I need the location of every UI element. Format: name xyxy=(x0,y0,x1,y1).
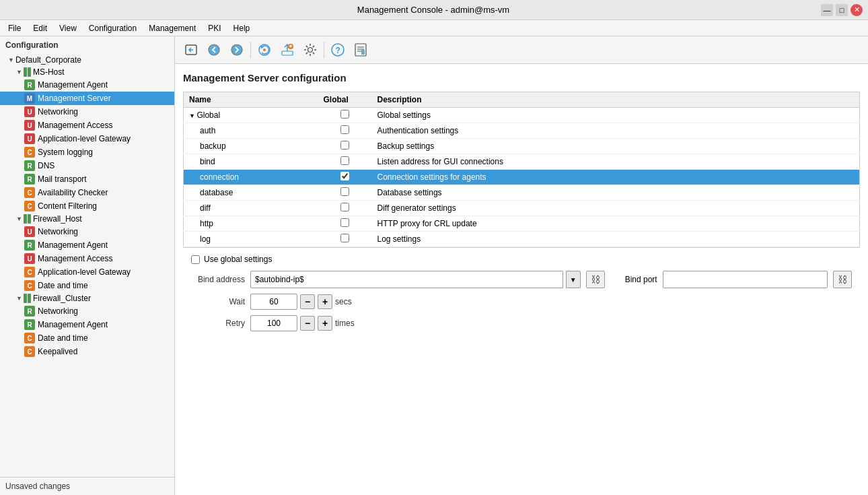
sidebar-item-label: Networking xyxy=(38,227,78,236)
sidebar-item-ms-host[interactable]: ▼ MS-Host xyxy=(0,66,174,78)
window-title: Management Console - admin@ms-vm xyxy=(46,5,821,15)
sidebar-item-content-filtering[interactable]: C Content Filtering xyxy=(0,199,174,213)
table-cell-global[interactable] xyxy=(318,108,372,123)
badge-c: C xyxy=(24,346,35,357)
table-cell-global[interactable] xyxy=(318,216,372,232)
bind-port-input[interactable] xyxy=(663,271,828,288)
next-button[interactable] xyxy=(226,39,248,61)
global-checkbox[interactable] xyxy=(340,141,349,150)
bind-port-link-btn[interactable]: ⛓ xyxy=(833,271,852,288)
global-checkbox[interactable] xyxy=(340,203,349,211)
sidebar-item-label: Management Agent xyxy=(38,320,108,329)
global-checkbox[interactable] xyxy=(340,218,349,227)
table-cell-global[interactable] xyxy=(318,185,372,201)
badge-r: R xyxy=(24,79,35,90)
table-cell-name: database xyxy=(184,185,318,201)
bind-address-input[interactable] xyxy=(250,271,563,288)
sidebar-item-label: Management Server xyxy=(38,94,111,103)
table-row[interactable]: ▼ GlobalGlobal settings xyxy=(184,108,860,123)
svg-point-5 xyxy=(263,48,266,51)
global-checkbox[interactable] xyxy=(340,156,349,165)
prev-button[interactable] xyxy=(203,39,225,61)
sidebar-item-default-corporate[interactable]: ▼ Default_Corporate xyxy=(0,54,174,66)
sidebar-item-fw-app-gateway[interactable]: C Application-level Gateway xyxy=(0,265,174,279)
sidebar-item-availability-checker[interactable]: C Availability Checker xyxy=(0,186,174,199)
global-checkbox[interactable] xyxy=(340,172,349,180)
sidebar-item-fw-management-agent[interactable]: R Management Agent xyxy=(0,238,174,252)
menu-configuration[interactable]: Configuration xyxy=(83,22,142,34)
table-row[interactable]: logLog settings xyxy=(184,232,860,247)
bind-address-dropdown[interactable]: ▼ xyxy=(566,271,581,288)
table-row[interactable]: authAuthentication settings xyxy=(184,123,860,139)
menu-help[interactable]: Help xyxy=(228,22,256,34)
report-button[interactable] xyxy=(350,39,371,61)
retry-input[interactable] xyxy=(250,315,297,331)
sidebar-item-fw-management-access[interactable]: U Management Access xyxy=(0,252,174,265)
maximize-button[interactable]: □ xyxy=(836,4,848,16)
sidebar-item-dns[interactable]: R DNS xyxy=(0,159,174,172)
sidebar: Configuration ▼ Default_Corporate ▼ MS-H… xyxy=(0,36,175,495)
menu-edit[interactable]: Edit xyxy=(28,22,52,34)
table-row[interactable]: databaseDatabase settings xyxy=(184,185,860,201)
retry-decrement-btn[interactable]: − xyxy=(300,316,315,331)
menu-view[interactable]: View xyxy=(54,22,82,34)
sidebar-item-fw-networking[interactable]: U Networking xyxy=(0,225,174,238)
sidebar-item-app-gateway[interactable]: U Application-level Gateway xyxy=(0,132,174,145)
sidebar-item-system-logging[interactable]: C System logging xyxy=(0,145,174,159)
sidebar-item-management-access[interactable]: U Management Access xyxy=(0,119,174,132)
table-cell-global[interactable] xyxy=(318,123,372,139)
table-row[interactable]: connectionConnection settings for agents xyxy=(184,170,860,185)
sidebar-header: Configuration xyxy=(0,36,174,54)
back-button[interactable] xyxy=(180,39,202,61)
menu-pki[interactable]: PKI xyxy=(203,22,226,34)
menu-management[interactable]: Management xyxy=(143,22,201,34)
sidebar-item-networking[interactable]: U Networking xyxy=(0,105,174,119)
table-row[interactable]: httpHTTP proxy for CRL update xyxy=(184,216,860,232)
use-global-checkbox[interactable] xyxy=(191,255,200,264)
table-cell-global[interactable] xyxy=(318,170,372,185)
sidebar-item-firewall-host[interactable]: ▼ Firewall_Host xyxy=(0,213,174,225)
sidebar-item-fw-date-time[interactable]: C Date and time xyxy=(0,279,174,292)
sidebar-item-management-agent[interactable]: R Management Agent xyxy=(0,78,174,92)
help-button[interactable]: ? xyxy=(327,39,349,61)
table-row[interactable]: backupBackup settings xyxy=(184,139,860,154)
retry-label: Retry xyxy=(191,319,245,328)
table-row[interactable]: diffDiff generator settings xyxy=(184,201,860,216)
sidebar-item-fc-management-agent[interactable]: R Management Agent xyxy=(0,318,174,331)
sidebar-item-management-server[interactable]: M Management Server xyxy=(0,92,174,105)
menu-file[interactable]: File xyxy=(3,22,26,34)
sidebar-item-keepalived[interactable]: C Keepalived xyxy=(0,345,174,358)
menu-bar: File Edit View Configuration Management … xyxy=(0,20,868,36)
upload-button[interactable] xyxy=(277,39,298,61)
wait-input[interactable] xyxy=(250,294,297,310)
bind-address-link-btn[interactable]: ⛓ xyxy=(586,271,605,288)
table-cell-description: Listen address for GUI connections xyxy=(372,154,860,170)
col-header-name: Name xyxy=(184,92,318,108)
separator xyxy=(250,42,251,58)
sidebar-item-mail-transport[interactable]: R Mail transport xyxy=(0,172,174,186)
col-header-description: Description xyxy=(372,92,860,108)
sidebar-item-firewall-cluster[interactable]: ▼ Firewall_Cluster xyxy=(0,292,174,304)
retry-increment-btn[interactable]: + xyxy=(318,316,332,331)
global-checkbox[interactable] xyxy=(340,110,349,119)
config-table: Name Global Description ▼ GlobalGlobal s… xyxy=(183,92,860,247)
table-cell-name: backup xyxy=(184,139,318,154)
wait-increment-btn[interactable]: + xyxy=(318,294,332,309)
sidebar-item-fc-networking[interactable]: R Networking xyxy=(0,304,174,318)
close-button[interactable]: ✕ xyxy=(851,4,863,16)
table-cell-global[interactable] xyxy=(318,154,372,170)
table-cell-global[interactable] xyxy=(318,201,372,216)
sidebar-item-fc-date-time[interactable]: C Date and time xyxy=(0,331,174,345)
main-layout: Configuration ▼ Default_Corporate ▼ MS-H… xyxy=(0,36,868,495)
sidebar-item-label: Management Agent xyxy=(38,80,108,90)
global-checkbox[interactable] xyxy=(340,187,349,196)
table-cell-global[interactable] xyxy=(318,232,372,247)
settings-button[interactable] xyxy=(299,39,321,61)
global-checkbox[interactable] xyxy=(340,125,349,134)
refresh-button[interactable] xyxy=(254,39,275,61)
table-cell-global[interactable] xyxy=(318,139,372,154)
global-checkbox[interactable] xyxy=(340,234,349,242)
minimize-button[interactable]: — xyxy=(821,4,833,16)
table-row[interactable]: bindListen address for GUI connections xyxy=(184,154,860,170)
wait-decrement-btn[interactable]: − xyxy=(300,294,315,309)
